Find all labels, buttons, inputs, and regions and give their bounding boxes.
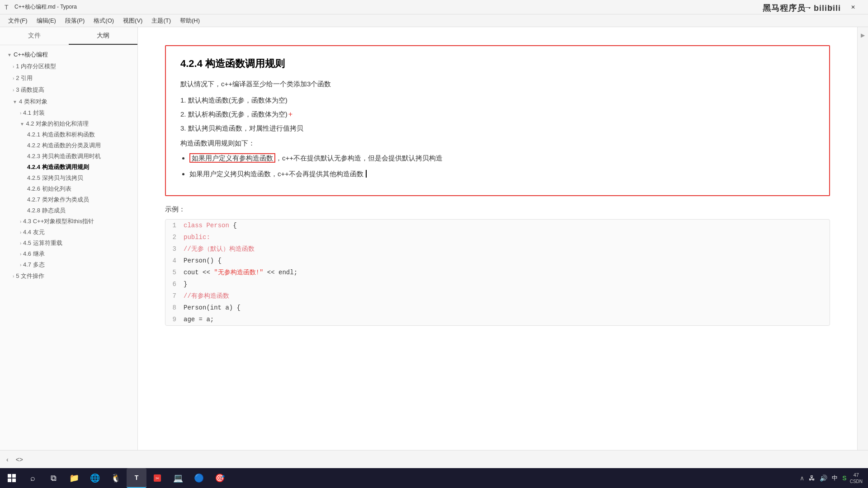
list-item-2: 2. 默认析构函数(无参，函数体为空)+ — [180, 108, 815, 120]
line-number: 9 — [165, 314, 184, 324]
sidebar-item-s1[interactable]: › 1 内存分区模型 — [0, 61, 137, 72]
sidebar-item-s5[interactable]: › 5 文件操作 — [0, 270, 137, 282]
sidebar-label-s425: 4.2.5 深拷贝与浅拷贝 — [27, 174, 83, 181]
line-number: 1 — [165, 221, 184, 230]
content-area[interactable]: 4.2.4 构造函数调用规则 默认情况下，c++编译器至少给一个类添加3个函数 … — [138, 27, 857, 450]
sidebar-tree: ▼ C++核心编程 › 1 内存分区模型 › 2 引用 › 3 函数提高 ▼ 4… — [0, 45, 137, 450]
chevron-down-icon: ▼ — [20, 122, 24, 127]
menu-edit[interactable]: 编辑(E) — [32, 16, 61, 26]
chevron-right-icon: › — [13, 76, 14, 81]
code-text: class Person { — [184, 221, 830, 230]
app6[interactable]: 💻 — [168, 468, 188, 488]
code-line-1: 1 class Person { — [165, 220, 830, 231]
clock: 47 — [850, 472, 863, 478]
chevron-right-icon: › — [13, 64, 14, 69]
app3[interactable]: 🐧 — [106, 468, 126, 488]
tray-volume-icon[interactable]: 🔊 — [818, 474, 829, 482]
sidebar-item-s47[interactable]: › 4.7 多态 — [0, 259, 137, 270]
svg-text:✂: ✂ — [156, 476, 159, 481]
sidebar-item-s422[interactable]: 4.2.2 构造函数的分类及调用 — [0, 140, 137, 151]
sidebar-label-s426: 4.2.6 初始化列表 — [27, 185, 71, 192]
svg-rect-0 — [8, 474, 11, 478]
menu-view[interactable]: 视图(V) — [118, 16, 147, 26]
list-item-3: 3. 默认拷贝构造函数，对属性进行值拷贝 — [180, 123, 815, 134]
browser-app[interactable]: 🌐 — [85, 468, 105, 488]
sidebar: 文件 大纲 ▼ C++核心编程 › 1 内存分区模型 › 2 引用 › 3 函数… — [0, 27, 138, 450]
menubar: 文件(F) 编辑(E) 段落(P) 格式(O) 视图(V) 主题(T) 帮助(H… — [0, 14, 868, 27]
app5[interactable]: ✂ — [147, 468, 167, 488]
sidebar-item-s45[interactable]: › 4.5 运算符重载 — [0, 238, 137, 249]
code-tag-btn[interactable]: <> — [13, 455, 26, 464]
menu-theme[interactable]: 主题(T) — [147, 16, 175, 26]
code-line-5: 5 cout << "无参构造函数!" << endl; — [165, 267, 830, 278]
search-button[interactable]: ⌕ — [23, 468, 42, 488]
chevron-right-icon: › — [20, 263, 21, 267]
tab-outline[interactable]: 大纲 — [69, 27, 137, 45]
line-number: 3 — [165, 244, 184, 254]
nav-back-btn[interactable]: ‹ — [4, 455, 11, 464]
app-icon: T — [5, 4, 12, 11]
chevron-right-icon: › — [20, 241, 21, 246]
tray-csdn: CSDN — [850, 479, 863, 484]
code-text: //无参（默认）构造函数 — [184, 244, 830, 254]
svg-rect-2 — [8, 479, 11, 482]
tab-files[interactable]: 文件 — [0, 27, 69, 45]
tray-ime-icon[interactable]: 中 — [830, 474, 839, 482]
menu-paragraph[interactable]: 段落(P) — [61, 16, 89, 26]
section-title: 4.2.4 构造函数调用规则 — [180, 57, 815, 70]
task-view-button[interactable]: ⧉ — [43, 468, 63, 488]
sidebar-item-s427[interactable]: 4.2.7 类对象作为类成员 — [0, 194, 137, 205]
code-line-2: 2 public: — [165, 231, 830, 243]
app7[interactable]: 🔵 — [189, 468, 209, 488]
right-bar: ▶ — [857, 27, 868, 450]
tray-up-icon[interactable]: ∧ — [798, 474, 806, 482]
sidebar-label-s3: 3 函数提高 — [16, 86, 44, 94]
sidebar-item-s425[interactable]: 4.2.5 深拷贝与浅拷贝 — [0, 173, 137, 183]
code-text: age = a; — [184, 314, 830, 324]
tray-time[interactable]: 47 CSDN — [850, 472, 863, 484]
sidebar-item-s423[interactable]: 4.2.3 拷贝构造函数调用时机 — [0, 151, 137, 162]
menu-help[interactable]: 帮助(H) — [175, 16, 204, 26]
section-box: 4.2.4 构造函数调用规则 默认情况下，c++编译器至少给一个类添加3个函数 … — [165, 45, 830, 196]
sidebar-item-s426[interactable]: 4.2.6 初始化列表 — [0, 183, 137, 194]
sidebar-item-s42[interactable]: ▼ 4.2 对象的初始化和清理 — [0, 118, 137, 129]
sidebar-item-s43[interactable]: › 4.3 C++对象模型和this指针 — [0, 216, 137, 227]
sidebar-item-s46[interactable]: › 4.6 继承 — [0, 249, 137, 259]
right-arrow-btn[interactable]: ▶ — [859, 31, 868, 40]
tray-network-icon[interactable]: 🖧 — [807, 474, 816, 482]
sidebar-label-s4: 4 类和对象 — [19, 98, 47, 106]
close-button[interactable]: ✕ — [843, 0, 863, 14]
svg-rect-1 — [12, 474, 16, 478]
sidebar-item-s421[interactable]: 4.2.1 构造函数和析构函数 — [0, 129, 137, 140]
menu-format[interactable]: 格式(O) — [89, 16, 118, 26]
sidebar-item-s424[interactable]: 4.2.4 构造函数调用规则 — [0, 162, 137, 173]
explorer-app[interactable]: 📁 — [64, 468, 84, 488]
sidebar-label-s1: 1 内存分区模型 — [16, 62, 56, 70]
chevron-right-icon: › — [20, 230, 21, 235]
start-button[interactable] — [2, 468, 22, 488]
code-text: } — [184, 279, 830, 289]
sidebar-label-s46: 4.6 继承 — [23, 250, 45, 257]
tray-s-icon[interactable]: S — [841, 474, 848, 482]
sidebar-item-s428[interactable]: 4.2.8 静态成员 — [0, 205, 137, 216]
code-text: Person(int a) { — [184, 303, 830, 313]
sidebar-item-s44[interactable]: › 4.4 友元 — [0, 227, 137, 238]
sidebar-item-s3[interactable]: › 3 函数提高 — [0, 84, 137, 96]
chevron-right-icon: › — [20, 219, 21, 224]
sidebar-label-s421: 4.2.1 构造函数和析构函数 — [27, 131, 95, 138]
sidebar-item-s2[interactable]: › 2 引用 — [0, 72, 137, 84]
example-label: 示例： — [165, 205, 830, 214]
window-title: C++核心编程.md - Typora — [14, 3, 797, 11]
typora-app[interactable]: T — [127, 468, 146, 488]
titlebar: T C++核心编程.md - Typora 黑马程序员 · bilibili —… — [0, 0, 868, 14]
code-line-8: 8 Person(int a) { — [165, 302, 830, 314]
bottombar: ‹ <> — [0, 450, 868, 468]
rule-heading: 构造函数调用规则如下： — [180, 139, 815, 148]
sidebar-item-s41[interactable]: › 4.1 封装 — [0, 108, 137, 118]
svg-rect-3 — [12, 479, 16, 482]
menu-file[interactable]: 文件(F) — [4, 16, 32, 26]
sidebar-item-s4[interactable]: ▼ 4 类和对象 — [0, 96, 137, 108]
sidebar-root[interactable]: ▼ C++核心编程 — [0, 49, 137, 61]
app8[interactable]: 🎯 — [210, 468, 230, 488]
code-text: Person() { — [184, 256, 830, 266]
